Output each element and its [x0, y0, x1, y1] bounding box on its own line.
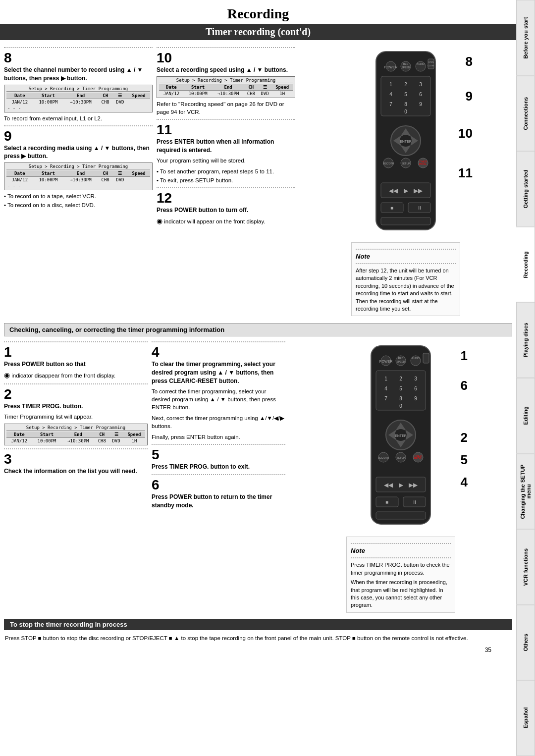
step-11-number: 11 — [157, 123, 295, 137]
svg-text:7: 7 — [384, 396, 387, 401]
svg-rect-44 — [381, 217, 430, 225]
remote-control-top: POWER REC SPEED AUDIO OPEN CLOSE 1 2 3 — [366, 49, 445, 237]
check-step-3-number: 3 — [4, 452, 148, 466]
svg-text:SETUP: SETUP — [397, 456, 405, 459]
badge-10: 10 — [458, 126, 473, 141]
sidebar-tab-recording[interactable]: Recording — [516, 227, 535, 303]
check-screen-title: Setup > Recording > Timer Programming — [6, 425, 145, 431]
svg-text:▶: ▶ — [399, 482, 404, 488]
svg-text:8: 8 — [404, 102, 407, 107]
check-step-4-body2: Next, correct the timer programming usin… — [152, 414, 285, 430]
check-step-1-title: Press POWER button so that — [4, 360, 148, 369]
svg-text:▶: ▶ — [404, 187, 409, 194]
svg-rect-53 — [423, 353, 429, 363]
check-step-3-title: Check the information on the list you wi… — [4, 467, 148, 476]
svg-text:0: 0 — [399, 403, 402, 409]
check-step-2-body: Timer Programming list will appear. — [4, 413, 148, 421]
step-8-note: To record from external input, L1 or L2. — [4, 114, 153, 122]
svg-text:◀◀: ◀◀ — [384, 482, 393, 488]
sidebar-tab-espanol[interactable]: Español — [516, 680, 535, 756]
svg-text:5: 5 — [404, 92, 407, 97]
svg-text:SPEED: SPEED — [397, 360, 405, 363]
step-10-note: Refer to "Recording speed" on page 26 fo… — [157, 100, 295, 116]
svg-text:SETUP: SETUP — [402, 162, 410, 165]
svg-text:■: ■ — [390, 205, 393, 211]
step-9-bullet1: To record on to a tape, select VCR. — [4, 192, 153, 200]
note-top-text: After step 12, the unit will be turned o… — [356, 267, 456, 313]
note-bottom-title: Note — [351, 547, 451, 554]
page-title: Recording — [0, 0, 516, 24]
check-step-4-body3: Finally, press ENTER button again. — [152, 433, 285, 441]
sidebar-tab-vcr-functions[interactable]: VCR functions — [516, 529, 535, 605]
svg-text:2: 2 — [404, 82, 407, 87]
sidebar-tab-connections[interactable]: Connections — [516, 76, 535, 152]
svg-text:0: 0 — [404, 109, 407, 114]
step-12-title: Press POWER button to turn off. — [157, 206, 295, 215]
svg-text:ENTER: ENTER — [395, 434, 407, 437]
step-9-number: 9 — [4, 129, 153, 143]
step-11-bullet2: To exit, press SETUP button. — [157, 176, 295, 184]
step-9-title: Select a recording media using ▲ / ▼ but… — [4, 144, 153, 161]
svg-text:5: 5 — [399, 386, 402, 391]
svg-text:REC: REC — [398, 357, 404, 360]
step-8-title: Select the channel number to record usin… — [4, 66, 153, 83]
check-step-5-number: 5 — [152, 448, 285, 462]
svg-text:3: 3 — [414, 376, 417, 381]
sidebar-tab-playing-discs[interactable]: Playing discs — [516, 302, 535, 378]
svg-text:REC: REC — [403, 62, 409, 65]
check-step-4-number: 4 — [152, 345, 285, 359]
svg-text:8: 8 — [399, 396, 402, 401]
svg-text:CLOSE: CLOSE — [428, 64, 434, 67]
check-step-1-body: ◉ indicator disappear from the front dis… — [4, 371, 148, 380]
svg-text:AUDIO: AUDIO — [412, 357, 420, 360]
svg-text:4: 4 — [384, 386, 387, 391]
badge-9: 9 — [466, 89, 473, 104]
svg-text:1: 1 — [384, 376, 387, 381]
check-step-4-title: To clear the timer programming, select y… — [152, 360, 285, 385]
svg-text:2: 2 — [399, 376, 402, 381]
remote-control-bottom: POWER REC SPEED AUDIO 1 2 3 4 5 6 7 8 — [361, 343, 440, 532]
badge-1: 1 — [461, 348, 468, 364]
badge-11: 11 — [458, 165, 473, 181]
svg-text:3: 3 — [419, 82, 422, 87]
sidebar-tab-editing[interactable]: Editing — [516, 378, 535, 454]
svg-text:⏸: ⏸ — [412, 499, 417, 505]
step-9-bullet2: To record on to a disc, select DVD. — [4, 201, 153, 209]
svg-text:7: 7 — [389, 102, 392, 107]
screen-2-title: Setup > Recording > Timer Programming — [6, 164, 150, 169]
svg-rect-8 — [428, 59, 434, 69]
check-step-5-title: Press TIMER PROG. button to exit. — [152, 463, 285, 471]
check-step-2-title: Press TIMER PROG. button. — [4, 402, 148, 411]
svg-rect-87 — [376, 512, 426, 519]
screen-1-title: Setup > Recording > Timer Programming — [6, 86, 150, 92]
svg-text:6: 6 — [419, 92, 422, 97]
note-bottom-text1: Press TIMER PROG. button to check the ti… — [351, 561, 451, 577]
svg-text:AUDIO: AUDIO — [417, 62, 425, 65]
step-8-number: 8 — [4, 51, 153, 65]
svg-text:9: 9 — [419, 102, 422, 107]
svg-text:4: 4 — [389, 92, 392, 97]
step-11-body1: Your program setting will be stored. — [157, 157, 295, 164]
sidebar-tab-others[interactable]: Others — [516, 605, 535, 681]
svg-text:POWER: POWER — [384, 65, 397, 69]
screen-3-title: Setup > Recording > Timer Programming — [159, 78, 293, 83]
sidebar-tab-setup-menu[interactable]: Changing the SETUP menu — [516, 454, 535, 530]
svg-text:PROG.: PROG. — [414, 457, 422, 460]
svg-text:1: 1 — [389, 82, 392, 87]
check-step-1-number: 1 — [4, 345, 148, 359]
svg-text:▶▶: ▶▶ — [409, 482, 418, 488]
check-section-box: Checking, canceling, or correcting the t… — [4, 323, 512, 336]
note-bottom-text2: When the timer recording is proceeding, … — [351, 579, 451, 609]
svg-text:PROG.: PROG. — [419, 162, 427, 165]
check-step-6-title: Press POWER button to return to the time… — [152, 493, 285, 510]
sidebar-tab-getting-started[interactable]: Getting started — [516, 151, 535, 227]
sidebar-tab-before-you-start[interactable]: Before you start — [516, 0, 535, 76]
stop-section-body: Press STOP ■ button to stop the disc rec… — [0, 632, 516, 645]
badge-4: 4 — [461, 475, 468, 490]
svg-text:ENTER: ENTER — [400, 140, 412, 143]
svg-text:REC/OTR: REC/OTR — [383, 162, 394, 165]
step-10-number: 10 — [157, 51, 295, 65]
svg-text:◀◀: ◀◀ — [389, 187, 398, 194]
svg-text:POWER: POWER — [379, 360, 392, 363]
badge-5: 5 — [461, 452, 468, 468]
